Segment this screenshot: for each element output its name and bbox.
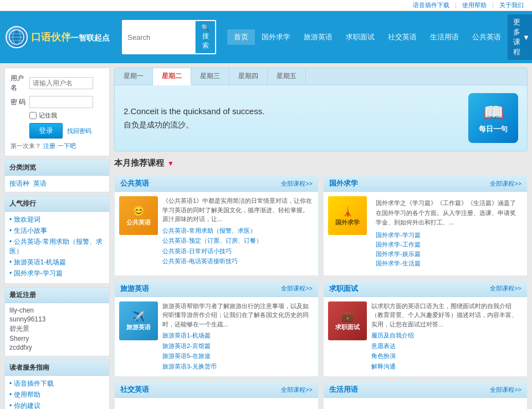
recent-user-2: 碧光景 <box>9 324 105 334</box>
forgot-password-link[interactable]: 找回密码 <box>67 127 91 135</box>
qiuzhi-link-1[interactable]: 意愿表达 <box>371 341 523 351</box>
recent-section: 最近注册 lily-chen sunny96113 碧光景 Sherry zcd… <box>4 287 110 356</box>
nav-shejiao[interactable]: 社交英语 <box>381 29 423 45</box>
recent-title: 最近注册 <box>5 288 109 303</box>
tab-wednesday[interactable]: 星期三 <box>191 68 229 85</box>
course-guowai: 国外求学 全部课程>> 🗼 国外求学 国外求学之《学习篇》《工作篇》《生活篇》涵… <box>323 175 528 276</box>
gonggong-link-2[interactable]: 公共英语-日常对话小技巧 <box>162 247 314 256</box>
popular-item-1[interactable]: 生活小故事 <box>9 226 105 236</box>
nav-shenghuo[interactable]: 生活用语 <box>423 29 466 45</box>
lvyou-more-link[interactable]: 全部课程>> <box>281 284 313 293</box>
nav-guowai[interactable]: 国外求学 <box>255 29 297 45</box>
qiuzhi-link-2[interactable]: 角色扮演 <box>371 351 523 361</box>
gonggong-link-3[interactable]: 公共英语-电话英语接听技巧 <box>162 257 314 266</box>
lvyou-link-0[interactable]: 旅游英语1-机场篇 <box>162 331 314 340</box>
first-time-label: 第一次来？ <box>11 142 41 150</box>
chevron-down-icon: ▼ <box>523 33 530 42</box>
nav-lvyou[interactable]: 旅游英语 <box>297 29 339 45</box>
reader-link-1[interactable]: 使用帮助 <box>9 390 105 400</box>
guowai-more-link[interactable]: 全部课程>> <box>490 180 521 188</box>
course-gonggong: 公共英语 全部课程>> 😊 公共英语 《公共英语1》中都是实用简洁的日常情景对话… <box>114 175 319 276</box>
guowai-link-0[interactable]: 国外求学-学习篇 <box>376 231 518 239</box>
popular-content: 致欢迎词 生活小故事 公共英语-常用求助（报警、求医） 旅游英语1-机场篇 国外… <box>5 212 109 283</box>
daily-quote-box: 星期一 星期二 星期三 星期四 星期五 2.Conceit is the qui… <box>114 68 528 151</box>
search-button[interactable]: 🔍 搜索 <box>195 21 215 53</box>
categories-section: 分类浏览 按语种 英语 <box>4 160 110 192</box>
shenghuo-more-link[interactable]: 全部课程>> <box>490 386 521 394</box>
nav-qiuzhi[interactable]: 求职面试 <box>339 29 381 45</box>
password-input[interactable] <box>29 96 93 108</box>
tab-thursday[interactable]: 星期四 <box>229 68 268 85</box>
top-bar: 语音插件下载 | 使用帮助 | 关于我们 <box>0 0 532 11</box>
topbar-about-link[interactable]: 关于我们 <box>499 2 524 8</box>
nav-more-button[interactable]: 更多课程 ▼ <box>508 14 532 60</box>
tab-tuesday[interactable]: 星期二 <box>153 68 191 85</box>
category-tag-language[interactable]: 按语种 <box>9 179 29 188</box>
guowai-link-3[interactable]: 国外求学-生活篇 <box>376 259 518 268</box>
shejiao-title: 社交英语 <box>120 385 149 395</box>
lvyou-link-3[interactable]: 旅游英语3-兑换货币 <box>162 362 314 371</box>
lvyou-desc: 旅游英语帮助学习者了解旅游出行的注意事项，以及如何听懂导游所作介绍；让我们在了解… <box>162 301 314 329</box>
guowai-title: 国外求学 <box>329 178 358 188</box>
remember-checkbox[interactable] <box>29 112 37 119</box>
tab-friday[interactable]: 星期五 <box>268 68 306 85</box>
qiuzhi-image: 💼 求职面试 <box>328 301 367 340</box>
nav-gonggong[interactable]: 公共英语 <box>466 29 508 45</box>
search-icon: 🔍 <box>201 24 209 32</box>
username-label: 用户名 <box>11 74 27 93</box>
lvyou-title: 旅游英语 <box>120 284 149 294</box>
search-input[interactable] <box>123 31 195 44</box>
login-button[interactable]: 登录 <box>29 123 63 139</box>
topbar-help-link[interactable]: 使用帮助 <box>462 2 487 8</box>
gonggong-image: 😊 公共英语 <box>119 196 158 235</box>
qiuzhi-title: 求职面试 <box>329 284 358 294</box>
daily-quote-english: 2.Conceit is the quicksand of success. <box>124 106 463 116</box>
tab-monday[interactable]: 星期一 <box>115 68 153 85</box>
register-link[interactable]: 注册 <box>43 142 55 150</box>
topbar-plugin-link[interactable]: 语音插件下载 <box>413 2 449 8</box>
gonggong-link-0[interactable]: 公共英语-常用求助（报警、求医） <box>162 226 314 236</box>
qiuzhi-link-0[interactable]: 履历及自我介绍 <box>371 331 523 340</box>
categories-title: 分类浏览 <box>5 160 109 176</box>
shenghuo-title: 生活用语 <box>329 385 358 395</box>
gonggong-link-1[interactable]: 公共英语-预定（订票、订房、订餐） <box>162 236 314 246</box>
category-tag-english[interactable]: 英语 <box>33 179 47 188</box>
popular-item-4[interactable]: 国外求学-学习篇 <box>9 269 105 278</box>
recent-user-1: sunny96113 <box>9 315 105 323</box>
reader-section: 读者服务指南 语音插件下载 使用帮助 你的建议 <box>4 360 110 409</box>
book-icon: 📖 <box>483 103 504 122</box>
popular-item-2[interactable]: 公共英语-常用求助（报警、求医） <box>9 237 105 256</box>
guowai-desc: 国外求学之《学习篇》《工作篇》《生活篇》涵盖了在国外学习的各个方面。从入学注册、… <box>376 198 518 228</box>
lvyou-link-2[interactable]: 旅游英语5-在旅途 <box>162 351 314 361</box>
day-tabs: 星期一 星期二 星期三 星期四 星期五 <box>115 68 527 85</box>
guowai-link-1[interactable]: 国外求学-工作篇 <box>376 241 518 249</box>
main-layout: 用户名 密 码 记住我 登录 找回密码 第一次来？ 注册 一下吧 <box>0 63 532 409</box>
shejiao-more-link[interactable]: 全部课程>> <box>281 386 313 394</box>
gonggong-title: 公共英语 <box>120 178 149 188</box>
daily-quote-chinese: 自负是成功的流沙。 <box>124 120 463 130</box>
popular-title: 人气排行 <box>5 196 109 212</box>
main-content: 星期一 星期二 星期三 星期四 星期五 2.Conceit is the qui… <box>114 68 528 409</box>
recent-user-0: lily-chen <box>9 306 105 314</box>
recent-content: lily-chen sunny96113 碧光景 Sherry zcddfxy <box>5 303 109 356</box>
daily-badge: 📖 每日一句 <box>468 93 518 143</box>
enter-link[interactable]: 一下吧 <box>58 142 76 150</box>
guowai-link-2[interactable]: 国外求学-娱乐篇 <box>376 250 518 258</box>
reader-title: 读者服务指南 <box>5 360 109 376</box>
remember-label: 记住我 <box>39 111 57 120</box>
qiuzhi-link-3[interactable]: 解释沟通 <box>371 362 523 371</box>
guowai-image: 🗼 国外求学 <box>328 196 367 235</box>
recommended-header: 本月推荐课程 ▼ <box>114 156 528 171</box>
qiuzhi-desc: 以求职方面的英语口语为主，围绕面试时的自我介绍（教育背景、个人兴趣爱好等）描述对… <box>371 301 523 329</box>
username-input[interactable] <box>29 77 93 89</box>
lvyou-link-1[interactable]: 旅游英语2-宾馆篇 <box>162 341 314 351</box>
reader-link-2[interactable]: 你的建议 <box>9 401 105 409</box>
recommended-title: 本月推荐课程 <box>114 158 164 168</box>
popular-item-0[interactable]: 致欢迎词 <box>9 215 105 224</box>
nav-home[interactable]: 首页 <box>227 29 255 45</box>
gonggong-more-link[interactable]: 全部课程>> <box>281 180 313 188</box>
reader-link-0[interactable]: 语音插件下载 <box>9 379 105 388</box>
popular-item-3[interactable]: 旅游英语1-机场篇 <box>9 258 105 267</box>
qiuzhi-more-link[interactable]: 全部课程>> <box>490 284 521 293</box>
course-shejiao: 社交英语 全部课程>> <box>114 381 319 409</box>
